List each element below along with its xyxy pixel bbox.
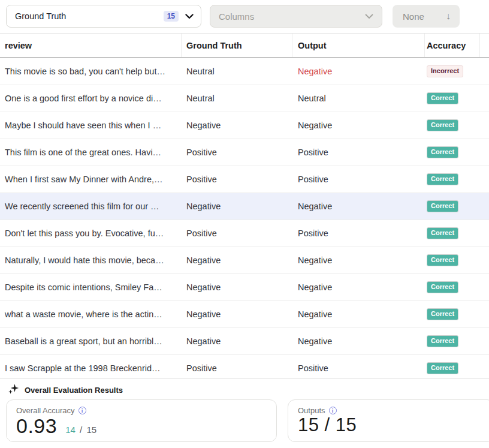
table-row[interactable]: I saw Scrapple at the 1998 Breckenrid… P… — [0, 355, 489, 378]
output-cell: Negative — [292, 255, 425, 265]
ground-truth-cell: Negative — [182, 336, 292, 346]
column-header-review[interactable]: review — [0, 34, 182, 57]
ground-truth-cell: Positive — [182, 363, 292, 373]
review-cell: When I first saw My Dinner with Andre,… — [0, 175, 182, 184]
sort-none-button[interactable]: None ↓ — [393, 5, 460, 28]
table-row[interactable]: This film is one of the great ones. Havi… — [0, 139, 489, 166]
table-row[interactable]: We recently screened this film for our …… — [0, 193, 489, 220]
columns-select[interactable]: Columns — [210, 5, 382, 28]
accuracy-badge: Correct — [427, 227, 458, 239]
accuracy-cell: Correct — [425, 92, 480, 104]
columns-select-placeholder: Columns — [219, 11, 365, 22]
ground-truth-cell: Positive — [182, 228, 292, 238]
outputs-card-label: Outputs — [298, 406, 325, 415]
accuracy-cell: Correct — [425, 119, 480, 131]
accuracy-cell: Incorrect — [425, 65, 480, 77]
accuracy-badge: Correct — [427, 119, 458, 131]
accuracy-cell: Correct — [425, 335, 480, 347]
accuracy-badge: Correct — [427, 254, 458, 266]
accuracy-cell: Correct — [425, 362, 480, 374]
accuracy-cell: Correct — [425, 281, 480, 293]
chevron-down-icon — [185, 14, 194, 19]
column-header-spacer — [480, 34, 489, 57]
accuracy-cell: Correct — [425, 146, 480, 158]
column-header-ground-truth[interactable]: Ground Truth — [182, 34, 292, 57]
info-circle-icon[interactable] — [329, 407, 337, 414]
results-header: Overall Evaluation Results — [8, 383, 123, 397]
total-count: 15 — [86, 425, 96, 435]
output-cell: Positive — [292, 228, 425, 238]
review-cell: This film is one of the great ones. Havi… — [0, 148, 182, 157]
review-cell: Naturally, I would hate this movie, beca… — [0, 255, 182, 265]
ground-truth-cell: Negative — [182, 202, 292, 211]
accuracy-fraction: 14 / 15 — [65, 425, 96, 435]
accuracy-badge: Correct — [427, 146, 458, 158]
chevron-down-icon — [365, 14, 373, 19]
accuracy-cell: Correct — [425, 254, 480, 266]
table-body: This movie is so bad, you can't help but… — [0, 58, 489, 378]
table-row[interactable]: When I first saw My Dinner with Andre,… … — [0, 166, 489, 193]
accuracy-badge: Correct — [427, 92, 458, 104]
ground-truth-cell: Neutral — [182, 67, 292, 76]
outputs-card: Outputs 15 / 15 — [288, 399, 489, 442]
ground-truth-filter-select[interactable]: Ground Truth 15 — [6, 5, 201, 28]
overall-results-panel: Overall Evaluation Results Overall Accur… — [0, 378, 489, 448]
ground-truth-cell: Positive — [182, 175, 292, 184]
overall-accuracy-card: Overall Accuracy 0.93 14 / 15 — [6, 399, 277, 442]
table-row[interactable]: One is a good first effort by a novice d… — [0, 85, 489, 112]
correct-count: 14 — [65, 425, 76, 435]
accuracy-badge: Correct — [427, 200, 458, 212]
filter-count-badge: 15 — [164, 11, 179, 22]
ground-truth-cell: Negative — [182, 255, 292, 265]
output-cell: Negative — [292, 282, 425, 292]
accuracy-card-label: Overall Accuracy — [16, 406, 75, 415]
review-cell: Don't let this pass you by. Evocative, f… — [0, 228, 182, 238]
evaluation-results-page: Ground Truth 15 Columns None ↓ review Gr… — [0, 0, 489, 448]
accuracy-badge: Correct — [427, 335, 458, 347]
review-cell: Despite its comic intentions, Smiley Fa… — [0, 282, 182, 292]
column-header-output[interactable]: Output — [292, 34, 425, 57]
table-row[interactable]: Despite its comic intentions, Smiley Fa…… — [0, 274, 489, 301]
accuracy-cell: Correct — [425, 200, 480, 212]
output-cell: Negative — [292, 202, 425, 211]
table-header: review Ground Truth Output Accuracy — [0, 33, 489, 58]
review-cell: what a waste movie, where is the actin… — [0, 309, 182, 319]
review-cell: Baseball is a great sport, but an horrib… — [0, 336, 182, 346]
table-row[interactable]: Baseball is a great sport, but an horrib… — [0, 328, 489, 355]
ground-truth-cell: Negative — [182, 121, 292, 130]
ground-truth-cell: Positive — [182, 148, 292, 157]
table-row[interactable]: Naturally, I would hate this movie, beca… — [0, 247, 489, 274]
output-cell: Positive — [292, 148, 425, 157]
accuracy-badge: Correct — [427, 281, 458, 293]
ground-truth-cell: Neutral — [182, 94, 292, 103]
accuracy-badge: Correct — [427, 362, 458, 374]
column-header-accuracy[interactable]: Accuracy — [425, 34, 480, 57]
outputs-value: 15 / 15 — [298, 416, 357, 435]
review-cell: I saw Scrapple at the 1998 Breckenrid… — [0, 363, 182, 373]
review-cell: This movie is so bad, you can't help but… — [0, 67, 182, 76]
review-cell: Maybe I should have seen this when I … — [0, 121, 182, 130]
table-row[interactable]: Don't let this pass you by. Evocative, f… — [0, 220, 489, 247]
review-cell: We recently screened this film for our … — [0, 202, 182, 211]
output-cell: Negative — [292, 336, 425, 346]
review-cell: One is a good first effort by a novice d… — [0, 94, 182, 103]
output-cell: Positive — [292, 175, 425, 184]
arrow-down-icon: ↓ — [446, 11, 451, 21]
accuracy-badge: Correct — [427, 173, 458, 185]
table-row[interactable]: what a waste movie, where is the actin… … — [0, 301, 489, 328]
results-title: Overall Evaluation Results — [25, 386, 123, 395]
table-row[interactable]: Maybe I should have seen this when I … N… — [0, 112, 489, 139]
table-row[interactable]: This movie is so bad, you can't help but… — [0, 58, 489, 85]
accuracy-badge: Correct — [427, 308, 458, 320]
ground-truth-cell: Negative — [182, 309, 292, 319]
toolbar: Ground Truth 15 Columns None ↓ — [0, 0, 489, 33]
fraction-separator: / — [80, 425, 82, 435]
accuracy-cell: Correct — [425, 173, 480, 185]
info-circle-icon[interactable] — [79, 407, 86, 414]
filter-select-value: Ground Truth — [15, 11, 164, 21]
output-cell: Neutral — [292, 94, 425, 103]
output-cell: Negative — [292, 121, 425, 130]
sparkles-icon — [8, 383, 19, 397]
ground-truth-cell: Negative — [182, 282, 292, 292]
accuracy-badge: Incorrect — [427, 65, 463, 77]
